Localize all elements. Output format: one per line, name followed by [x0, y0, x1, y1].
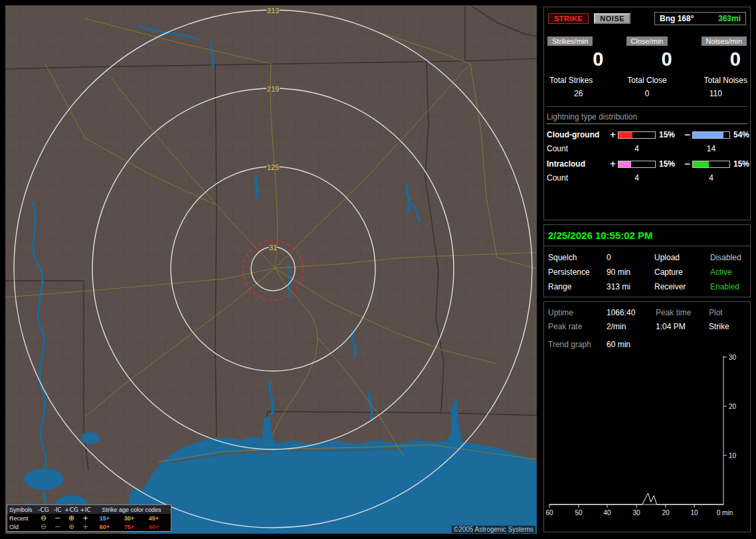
squelch-label: Squelch	[548, 253, 607, 262]
plus-sign: +	[608, 159, 618, 169]
peak-rate-value: 2/min	[607, 322, 656, 331]
y-tick-20: 20	[729, 403, 737, 410]
peak-rate-label: Peak rate	[548, 322, 607, 331]
cloud-ground-count-row: Count 4 14	[544, 144, 750, 153]
neg-cg-icon: ⊖	[37, 514, 50, 522]
trend-line	[549, 493, 723, 504]
legend-age-header: Strike age color codes	[92, 506, 171, 513]
basemap-svg: 313 219 125 31	[5, 5, 537, 534]
strikes-per-min-badge: Strikes/min	[547, 36, 593, 46]
total-strikes-value: 26	[544, 89, 613, 98]
indicator-row: STRIKE NOISE Bng 168° 363mi	[544, 7, 750, 25]
strikes-per-min-value: 0	[544, 49, 613, 69]
ic-negative-count: 4	[692, 173, 730, 183]
minus-sign: −	[682, 130, 692, 139]
status-grid: Squelch 0 Upload Disabled Persistence 90…	[544, 246, 750, 298]
sidebar: STRIKE NOISE Bng 168° 363mi Strikes/min …	[543, 0, 751, 539]
trend-graph-row: Trend graph 60 min	[544, 331, 750, 349]
total-noises: Total Noises 110	[682, 76, 750, 98]
range-value: 313 mi	[607, 282, 654, 291]
trend-graph-label: Trend graph	[548, 340, 607, 349]
receiver-label: Receiver	[654, 282, 710, 291]
trend-panel: Uptime 1066:40 Peak time Plot Peak rate …	[543, 301, 751, 532]
plot-label: Plot	[709, 308, 746, 317]
count-label: Count	[547, 144, 608, 153]
total-close-value: 0	[613, 89, 681, 98]
pos-cg-icon: ⊕	[64, 514, 78, 522]
capture-status: Active	[710, 268, 746, 277]
bearing-value: Bng 168°	[660, 14, 694, 23]
total-strikes: Total Strikes 26	[544, 76, 613, 98]
age-45: 45+	[142, 515, 166, 522]
persistence-label: Persistence	[548, 268, 607, 277]
pos-ic-icon: +	[78, 514, 92, 522]
ic-positive-count: 4	[618, 173, 656, 183]
neg-ic-icon: −	[50, 514, 64, 522]
cg-positive-bar	[618, 131, 656, 139]
pos-cg-icon: ⊕	[64, 522, 78, 531]
legend-symbols-header: Symbols	[7, 506, 37, 513]
cg-negative-bar	[692, 131, 730, 139]
x-tick-40: 40	[603, 509, 611, 516]
intracloud-count-row: Count 4 4	[544, 173, 750, 183]
peak-time-value: 1:04 PM	[656, 322, 709, 331]
legend-col-neg-cg: -CG	[37, 506, 50, 513]
legend-header-row: Symbols -CG -IC +CG +IC Strike age color…	[7, 505, 171, 514]
total-close: Total Close 0	[613, 76, 681, 98]
copyright-notice: ©2005 Astrogenic Systems	[452, 526, 535, 533]
last-strike-distance: 363mi	[718, 14, 741, 23]
uptime-value: 1066:40	[607, 308, 656, 317]
cg-negative-count: 14	[692, 144, 730, 153]
strike-legend: Symbols -CG -IC +CG +IC Strike age color…	[7, 504, 171, 532]
strike-indicator-button[interactable]: STRIKE	[548, 13, 589, 24]
cloud-ground-label: Cloud-ground	[547, 130, 608, 139]
plus-sign: +	[608, 130, 618, 139]
totals-row: Total Strikes 26 Total Close 0 Total Noi…	[544, 69, 750, 98]
legend-recent-label: Recent	[7, 515, 37, 522]
total-noises-value: 110	[682, 89, 750, 98]
total-strikes-label: Total Strikes	[544, 76, 613, 85]
squelch-value: 0	[607, 253, 654, 262]
datetime-display: 2/25/2026 10:55:02 PM	[544, 225, 750, 246]
legend-old-label: Old	[7, 524, 37, 530]
neg-ic-icon: −	[50, 522, 64, 531]
total-close-label: Total Close	[613, 76, 681, 85]
age-15: 15+	[92, 515, 117, 522]
ic-negative-bar	[692, 161, 730, 168]
x-tick-10: 10	[690, 509, 698, 516]
cg-negative-pct: 54%	[730, 130, 749, 139]
noises-per-min-badge: Noises/min	[701, 36, 747, 46]
peak-time-label: Peak time	[656, 308, 709, 317]
plot-value: Strike	[709, 322, 746, 331]
section-divider	[547, 106, 747, 107]
x-tick-20: 20	[662, 509, 670, 516]
ring-label-outer: 313	[267, 7, 279, 15]
cg-negative-bar-fill	[693, 132, 723, 138]
cloud-ground-row: Cloud-ground + 15% − 54%	[544, 130, 750, 139]
total-noises-label: Total Noises	[682, 76, 750, 85]
close-per-min-value: 0	[613, 49, 681, 69]
age-75: 75+	[117, 524, 142, 530]
age-30: 30+	[117, 515, 142, 522]
ic-negative-pct: 15%	[730, 159, 749, 169]
x-tick-0min: 0 min	[717, 509, 733, 516]
ring-label-second: 125	[267, 163, 279, 171]
range-label: Range	[548, 282, 607, 291]
rate-badges-row: Strikes/min Close/min Noises/min	[544, 25, 750, 46]
ic-positive-bar-fill	[618, 161, 631, 167]
cg-positive-count: 4	[618, 144, 656, 153]
ring-label-third: 219	[267, 85, 279, 93]
uptime-label: Uptime	[548, 308, 607, 317]
trend-chart: 30 20 10 60 50 40 30 20 10 0 min	[545, 353, 749, 520]
stats-panel: STRIKE NOISE Bng 168° 363mi Strikes/min …	[543, 7, 751, 220]
count-label: Count	[547, 173, 608, 183]
intracloud-row: Intracloud + 15% − 15%	[544, 159, 750, 169]
noises-per-min-value: 0	[682, 49, 750, 69]
legend-old-row: Old ⊖ − ⊕ + 60+ 75+ 90+	[7, 522, 171, 531]
intracloud-label: Intracloud	[547, 159, 608, 169]
bearing-readout: Bng 168° 363mi	[654, 12, 746, 25]
noise-indicator-button[interactable]: NOISE	[594, 13, 630, 24]
neg-cg-icon: ⊖	[37, 522, 50, 531]
legend-col-pos-cg: +CG	[64, 506, 78, 513]
upload-label: Upload	[654, 253, 710, 262]
